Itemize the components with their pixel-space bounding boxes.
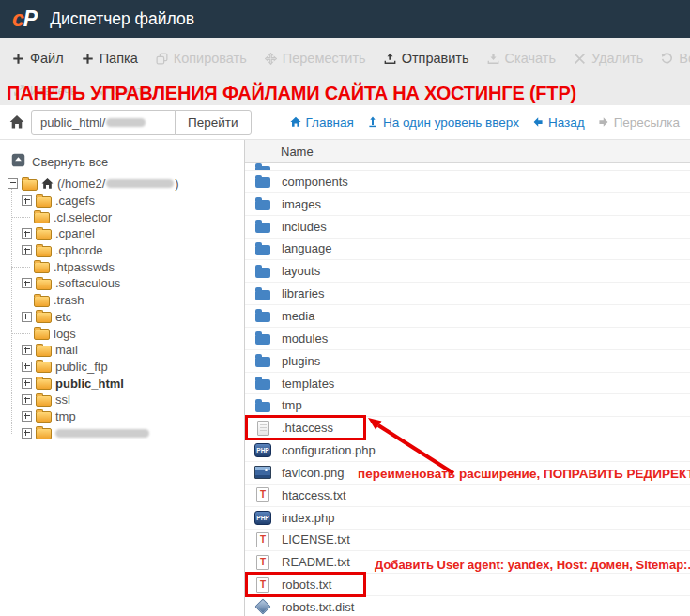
toolbar-file-button[interactable]: Файл bbox=[12, 51, 64, 66]
file-row-language[interactable]: language bbox=[245, 239, 690, 261]
expand-icon[interactable] bbox=[22, 394, 32, 405]
tree-node-public_html[interactable]: public_html bbox=[0, 375, 244, 392]
expand-icon[interactable] bbox=[22, 378, 32, 389]
toolbar-upload-label: Отправить bbox=[402, 51, 469, 66]
file-row-modules[interactable]: modules bbox=[245, 328, 690, 350]
collapse-icon[interactable] bbox=[8, 178, 18, 189]
tree-node-mail[interactable]: mail bbox=[0, 342, 244, 359]
folder-icon bbox=[36, 246, 52, 257]
file-row-plugins[interactable]: plugins bbox=[245, 350, 690, 373]
toolbar-move-button: Переместить bbox=[265, 51, 366, 66]
expand-icon[interactable] bbox=[22, 245, 32, 255]
file-row-components[interactable]: components bbox=[245, 171, 690, 193]
file-name: language bbox=[282, 241, 332, 255]
file-row-.htaccess[interactable]: .htaccess bbox=[245, 417, 690, 439]
file-row-index.php[interactable]: index.php bbox=[245, 507, 690, 530]
tree-node-tmp[interactable]: tmp bbox=[0, 408, 244, 425]
tree-connector bbox=[22, 263, 30, 271]
file-row-configuration.php[interactable]: configuration.php bbox=[245, 439, 690, 462]
file-name: modules bbox=[282, 331, 328, 346]
nav-home-link[interactable]: Главная bbox=[290, 116, 354, 130]
tree-node-home2[interactable]: (/home2/) bbox=[0, 176, 244, 192]
file-row-includes[interactable]: includes bbox=[245, 216, 690, 239]
expand-icon[interactable] bbox=[22, 428, 32, 439]
toolbar-copy-button: Копировать bbox=[156, 51, 247, 66]
file-row-LICENSE.txt[interactable]: LICENSE.txt bbox=[245, 530, 690, 552]
file-name: components bbox=[282, 175, 348, 189]
txt-icon bbox=[256, 487, 269, 502]
folder-icon bbox=[255, 312, 270, 322]
tree-node-.cpanel[interactable]: .cpanel bbox=[0, 225, 244, 242]
tree-node-.cagefs[interactable]: .cagefs bbox=[0, 192, 244, 209]
expand-icon[interactable] bbox=[22, 345, 32, 355]
annotation-overlay-title: ПАНЕЛЬ УПРАВЛЕНИЯ ФАЙЛАМИ САЙТА НА ХОСТИ… bbox=[7, 83, 576, 104]
file-row-robots.txt[interactable]: robots.txt bbox=[245, 574, 690, 596]
tree-node-public_ftp[interactable]: public_ftp bbox=[0, 359, 244, 376]
toolbar-download-button: Скачать bbox=[487, 51, 556, 66]
tree-node-.cl.selector[interactable]: .cl.selector bbox=[0, 208, 244, 225]
toolbar-folder-button[interactable]: Папка bbox=[82, 51, 138, 66]
upload-icon bbox=[384, 53, 396, 65]
home-icon[interactable] bbox=[9, 115, 24, 130]
file-name: images bbox=[282, 197, 321, 211]
file-row-media[interactable]: media bbox=[245, 305, 690, 328]
tree-node-.trash[interactable]: .trash bbox=[0, 292, 244, 309]
toolbar-restore-label: Восстановить bbox=[679, 51, 690, 66]
tree-node-redacted[interactable] bbox=[0, 424, 244, 441]
tree-node-.cphorde[interactable]: .cphorde bbox=[0, 242, 244, 259]
toolbar-upload-button[interactable]: Отправить bbox=[384, 51, 469, 66]
folder-icon bbox=[34, 329, 50, 340]
file-row-templates[interactable]: templates bbox=[245, 373, 690, 395]
file-list-header[interactable]: Name bbox=[245, 140, 690, 163]
folder-icon bbox=[255, 357, 270, 367]
file-name: index.php bbox=[282, 511, 334, 525]
nav-back-link[interactable]: Назад bbox=[532, 116, 585, 130]
uplevel-icon bbox=[367, 116, 378, 128]
toolbar-download-label: Скачать bbox=[505, 51, 556, 66]
folder-icon bbox=[255, 290, 270, 300]
expand-icon[interactable] bbox=[22, 278, 32, 288]
tree-node-etc[interactable]: etc bbox=[0, 309, 244, 326]
folder-icon bbox=[255, 223, 270, 233]
tree-node-logs[interactable]: logs bbox=[0, 325, 244, 342]
file-name: templates bbox=[282, 377, 334, 391]
path-input[interactable]: public_html/ bbox=[31, 110, 176, 135]
file-name: README.txt bbox=[282, 555, 350, 569]
redacted-text bbox=[55, 429, 149, 438]
collapse-all-button[interactable]: Свернуть все bbox=[11, 153, 244, 170]
folder-icon bbox=[255, 379, 270, 390]
tree-node-.softaculous[interactable]: .softaculous bbox=[0, 275, 244, 292]
expand-icon[interactable] bbox=[22, 195, 32, 206]
file-row-robots.txt.dist[interactable]: robots.txt.dist bbox=[245, 596, 690, 616]
folder-icon bbox=[36, 279, 52, 290]
file-row-README.txt[interactable]: README.txt bbox=[245, 551, 690, 574]
delete-icon bbox=[574, 53, 586, 65]
expand-icon[interactable] bbox=[22, 362, 32, 372]
file-name: plugins bbox=[282, 354, 320, 368]
toolbar-restore-button: Восстановить bbox=[661, 51, 690, 66]
dist-icon bbox=[255, 599, 271, 615]
file-name: includes bbox=[282, 220, 327, 234]
tree-node-label: public_html bbox=[55, 377, 124, 391]
tree-node-ssl[interactable]: ssl bbox=[0, 392, 244, 408]
file-name: htaccess.txt bbox=[282, 488, 346, 502]
tree-node-label: .cpanel bbox=[55, 226, 95, 240]
nav-up-link[interactable]: На один уровень вверх bbox=[367, 116, 519, 130]
tree-node-label: .cl.selector bbox=[54, 210, 112, 224]
go-button[interactable]: Перейти bbox=[175, 110, 252, 135]
expand-icon[interactable] bbox=[22, 411, 32, 422]
restore-icon bbox=[661, 53, 673, 65]
file-row-favicon.png[interactable]: favicon.png bbox=[245, 462, 690, 485]
file-row-tmp[interactable]: tmp bbox=[245, 394, 690, 417]
file-row-htaccess.txt[interactable]: htaccess.txt bbox=[245, 485, 690, 507]
tree-node-.htpasswds[interactable]: .htpasswds bbox=[0, 258, 244, 275]
file-row-layouts[interactable]: layouts bbox=[245, 260, 690, 283]
expand-icon[interactable] bbox=[22, 228, 32, 239]
file-row-libraries[interactable]: libraries bbox=[245, 283, 690, 305]
image-icon bbox=[254, 466, 271, 479]
tree-connector bbox=[22, 296, 30, 304]
file-row-images[interactable]: images bbox=[245, 193, 690, 216]
txt-icon bbox=[256, 555, 269, 570]
tree-node-label: .trash bbox=[54, 293, 84, 307]
expand-icon[interactable] bbox=[22, 312, 32, 322]
